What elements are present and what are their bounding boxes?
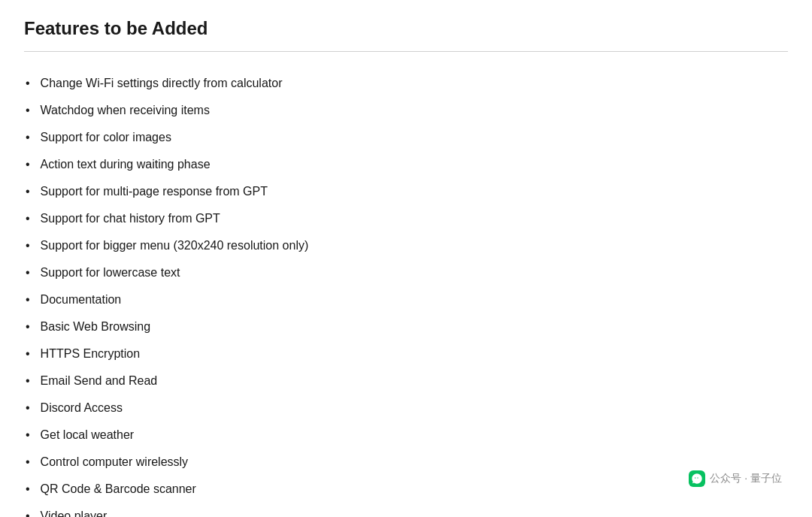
list-item: Discord Access [24, 395, 788, 422]
list-item: Support for chat history from GPT [24, 205, 788, 232]
list-item: Control computer wirelessly [24, 449, 788, 476]
list-item: Support for bigger menu (320x240 resolut… [24, 232, 788, 259]
page-title: Features to be Added [24, 18, 788, 39]
page-header: Features to be Added [24, 18, 788, 52]
wechat-icon [689, 470, 705, 487]
list-item: Get local weather [24, 422, 788, 449]
list-item: Change Wi-Fi settings directly from calc… [24, 70, 788, 97]
watermark: 公众号 · 量子位 [689, 470, 782, 487]
features-list: Change Wi-Fi settings directly from calc… [24, 70, 788, 517]
list-item: Basic Web Browsing [24, 313, 788, 340]
watermark-text: 公众号 · 量子位 [710, 472, 782, 485]
list-item: Action text during waiting phase [24, 151, 788, 178]
list-item: Watchdog when receiving items [24, 97, 788, 124]
list-item: Documentation [24, 286, 788, 313]
list-item: QR Code & Barcode scanner [24, 476, 788, 503]
list-item: Email Send and Read [24, 367, 788, 395]
list-item: Support for lowercase text [24, 259, 788, 286]
list-item: Support for multi-page response from GPT [24, 178, 788, 205]
list-item: Video player [24, 503, 788, 517]
list-item: HTTPS Encryption [24, 340, 788, 367]
list-item: Support for color images [24, 124, 788, 151]
